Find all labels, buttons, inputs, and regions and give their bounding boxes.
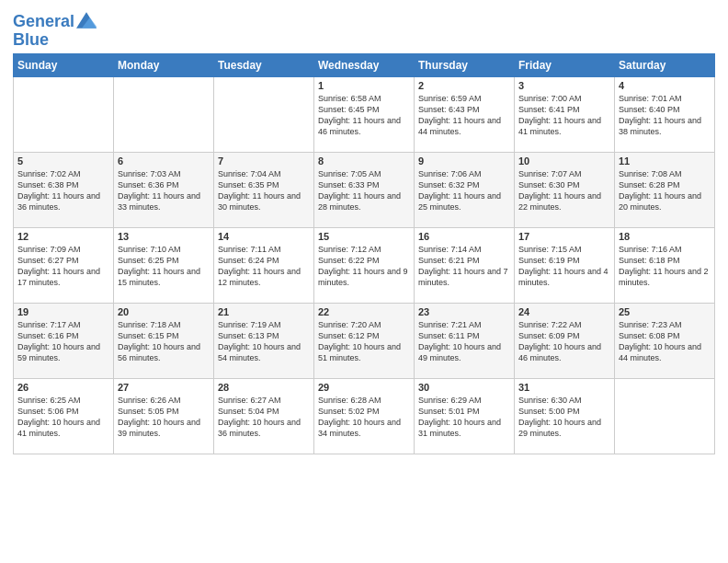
calendar-cell: 14Sunrise: 7:11 AM Sunset: 6:24 PM Dayli… xyxy=(214,227,314,303)
day-content: Sunrise: 7:16 AM Sunset: 6:18 PM Dayligh… xyxy=(619,244,711,289)
calendar-cell: 23Sunrise: 7:21 AM Sunset: 6:11 PM Dayli… xyxy=(415,303,515,378)
calendar-cell: 13Sunrise: 7:10 AM Sunset: 6:25 PM Dayli… xyxy=(114,227,214,303)
day-content: Sunrise: 7:22 AM Sunset: 6:09 PM Dayligh… xyxy=(518,319,610,364)
col-header-friday: Friday xyxy=(515,53,615,76)
day-content: Sunrise: 6:25 AM Sunset: 5:06 PM Dayligh… xyxy=(17,395,109,440)
day-number: 19 xyxy=(17,306,109,317)
col-header-wednesday: Wednesday xyxy=(314,53,415,76)
day-number: 23 xyxy=(418,306,510,317)
day-content: Sunrise: 7:07 AM Sunset: 6:30 PM Dayligh… xyxy=(518,168,610,213)
day-content: Sunrise: 7:06 AM Sunset: 6:32 PM Dayligh… xyxy=(418,168,510,213)
logo: General Blue xyxy=(13,13,97,50)
day-number: 17 xyxy=(518,231,610,242)
day-content: Sunrise: 7:08 AM Sunset: 6:28 PM Dayligh… xyxy=(619,168,711,213)
day-number: 5 xyxy=(17,155,109,167)
day-content: Sunrise: 7:18 AM Sunset: 6:15 PM Dayligh… xyxy=(118,319,210,364)
calendar-cell: 15Sunrise: 7:12 AM Sunset: 6:22 PM Dayli… xyxy=(314,227,415,303)
day-number: 1 xyxy=(318,80,410,91)
col-header-saturday: Saturday xyxy=(615,53,715,76)
day-number: 15 xyxy=(318,231,410,242)
day-content: Sunrise: 7:04 AM Sunset: 6:35 PM Dayligh… xyxy=(218,168,310,213)
day-number: 21 xyxy=(218,306,310,317)
calendar-cell xyxy=(214,76,314,152)
calendar-cell: 11Sunrise: 7:08 AM Sunset: 6:28 PM Dayli… xyxy=(615,152,715,227)
calendar-cell: 31Sunrise: 6:30 AM Sunset: 5:00 PM Dayli… xyxy=(515,378,615,454)
day-number: 26 xyxy=(17,382,109,393)
day-number: 9 xyxy=(418,155,510,167)
day-number: 25 xyxy=(619,306,711,317)
calendar-cell: 19Sunrise: 7:17 AM Sunset: 6:16 PM Dayli… xyxy=(14,303,114,378)
calendar-cell: 29Sunrise: 6:28 AM Sunset: 5:02 PM Dayli… xyxy=(314,378,415,454)
calendar-cell: 7Sunrise: 7:04 AM Sunset: 6:35 PM Daylig… xyxy=(214,152,314,227)
calendar-cell: 3Sunrise: 7:00 AM Sunset: 6:41 PM Daylig… xyxy=(515,76,615,152)
day-content: Sunrise: 7:11 AM Sunset: 6:24 PM Dayligh… xyxy=(218,244,310,289)
day-content: Sunrise: 7:00 AM Sunset: 6:41 PM Dayligh… xyxy=(518,93,610,138)
day-content: Sunrise: 7:09 AM Sunset: 6:27 PM Dayligh… xyxy=(17,244,109,289)
day-content: Sunrise: 6:58 AM Sunset: 6:45 PM Dayligh… xyxy=(318,93,410,138)
day-content: Sunrise: 6:30 AM Sunset: 5:00 PM Dayligh… xyxy=(518,395,610,440)
calendar-cell: 9Sunrise: 7:06 AM Sunset: 6:32 PM Daylig… xyxy=(415,152,515,227)
day-content: Sunrise: 7:20 AM Sunset: 6:12 PM Dayligh… xyxy=(318,319,410,364)
calendar-cell: 1Sunrise: 6:58 AM Sunset: 6:45 PM Daylig… xyxy=(314,76,415,152)
day-content: Sunrise: 6:27 AM Sunset: 5:04 PM Dayligh… xyxy=(218,395,310,440)
calendar-cell xyxy=(114,76,214,152)
calendar-cell: 22Sunrise: 7:20 AM Sunset: 6:12 PM Dayli… xyxy=(314,303,415,378)
day-number: 2 xyxy=(418,80,510,91)
day-content: Sunrise: 7:19 AM Sunset: 6:13 PM Dayligh… xyxy=(218,319,310,364)
col-header-monday: Monday xyxy=(114,53,214,76)
day-content: Sunrise: 6:29 AM Sunset: 5:01 PM Dayligh… xyxy=(418,395,510,440)
day-content: Sunrise: 7:21 AM Sunset: 6:11 PM Dayligh… xyxy=(418,319,510,364)
col-header-sunday: Sunday xyxy=(14,53,114,76)
day-number: 16 xyxy=(418,231,510,242)
page-header: General Blue xyxy=(13,9,715,50)
day-content: Sunrise: 7:05 AM Sunset: 6:33 PM Dayligh… xyxy=(318,168,410,213)
day-number: 28 xyxy=(218,382,310,393)
day-number: 13 xyxy=(118,231,210,242)
logo-blue-text: Blue xyxy=(13,30,49,49)
day-number: 12 xyxy=(17,231,109,242)
day-number: 4 xyxy=(619,80,711,91)
calendar-cell: 16Sunrise: 7:14 AM Sunset: 6:21 PM Dayli… xyxy=(415,227,515,303)
calendar-cell: 10Sunrise: 7:07 AM Sunset: 6:30 PM Dayli… xyxy=(515,152,615,227)
day-number: 27 xyxy=(118,382,210,393)
calendar-cell: 28Sunrise: 6:27 AM Sunset: 5:04 PM Dayli… xyxy=(214,378,314,454)
day-content: Sunrise: 6:26 AM Sunset: 5:05 PM Dayligh… xyxy=(118,395,210,440)
day-content: Sunrise: 7:01 AM Sunset: 6:40 PM Dayligh… xyxy=(619,93,711,138)
calendar-cell: 5Sunrise: 7:02 AM Sunset: 6:38 PM Daylig… xyxy=(14,152,114,227)
day-number: 18 xyxy=(619,231,711,242)
calendar-cell xyxy=(615,378,715,454)
day-content: Sunrise: 7:17 AM Sunset: 6:16 PM Dayligh… xyxy=(17,319,109,364)
day-number: 24 xyxy=(518,306,610,317)
day-number: 7 xyxy=(218,155,310,167)
calendar-cell: 30Sunrise: 6:29 AM Sunset: 5:01 PM Dayli… xyxy=(415,378,515,454)
day-content: Sunrise: 7:02 AM Sunset: 6:38 PM Dayligh… xyxy=(17,168,109,213)
calendar-cell: 20Sunrise: 7:18 AM Sunset: 6:15 PM Dayli… xyxy=(114,303,214,378)
calendar-cell: 27Sunrise: 6:26 AM Sunset: 5:05 PM Dayli… xyxy=(114,378,214,454)
day-number: 8 xyxy=(318,155,410,167)
calendar-cell: 24Sunrise: 7:22 AM Sunset: 6:09 PM Dayli… xyxy=(515,303,615,378)
day-number: 30 xyxy=(418,382,510,393)
day-number: 29 xyxy=(318,382,410,393)
col-header-thursday: Thursday xyxy=(415,53,515,76)
day-content: Sunrise: 7:14 AM Sunset: 6:21 PM Dayligh… xyxy=(418,244,510,289)
day-content: Sunrise: 7:12 AM Sunset: 6:22 PM Dayligh… xyxy=(318,244,410,289)
day-number: 3 xyxy=(518,80,610,91)
calendar-cell: 6Sunrise: 7:03 AM Sunset: 6:36 PM Daylig… xyxy=(114,152,214,227)
calendar-cell: 18Sunrise: 7:16 AM Sunset: 6:18 PM Dayli… xyxy=(615,227,715,303)
calendar-cell: 26Sunrise: 6:25 AM Sunset: 5:06 PM Dayli… xyxy=(14,378,114,454)
calendar-cell: 4Sunrise: 7:01 AM Sunset: 6:40 PM Daylig… xyxy=(615,76,715,152)
calendar-cell xyxy=(14,76,114,152)
calendar-table: SundayMondayTuesdayWednesdayThursdayFrid… xyxy=(13,53,715,454)
logo-icon xyxy=(76,12,97,29)
calendar-cell: 8Sunrise: 7:05 AM Sunset: 6:33 PM Daylig… xyxy=(314,152,415,227)
day-number: 22 xyxy=(318,306,410,317)
calendar-cell: 21Sunrise: 7:19 AM Sunset: 6:13 PM Dayli… xyxy=(214,303,314,378)
col-header-tuesday: Tuesday xyxy=(214,53,314,76)
calendar-cell: 2Sunrise: 6:59 AM Sunset: 6:43 PM Daylig… xyxy=(415,76,515,152)
day-content: Sunrise: 6:28 AM Sunset: 5:02 PM Dayligh… xyxy=(318,395,410,440)
day-content: Sunrise: 7:23 AM Sunset: 6:08 PM Dayligh… xyxy=(619,319,711,364)
day-number: 10 xyxy=(518,155,610,167)
day-content: Sunrise: 7:10 AM Sunset: 6:25 PM Dayligh… xyxy=(118,244,210,289)
day-number: 11 xyxy=(619,155,711,167)
day-number: 14 xyxy=(218,231,310,242)
